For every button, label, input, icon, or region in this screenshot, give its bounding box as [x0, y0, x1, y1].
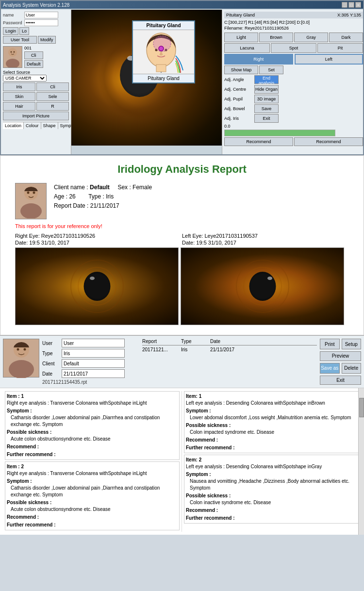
pit-button[interactable]: Pit — [317, 43, 363, 53]
set-button[interactable]: Set — [259, 66, 283, 74]
analysis-window: Analysis System Version 2.128 _ □ × name… — [0, 0, 364, 155]
filename-label: Filename: — [224, 26, 244, 31]
r-button[interactable]: R — [36, 102, 69, 111]
light-button[interactable]: Light — [224, 33, 258, 42]
password-input[interactable] — [24, 19, 58, 26]
gray-button[interactable]: Gray — [294, 33, 328, 42]
dark-button[interactable]: Dark — [329, 33, 363, 42]
lacuna-button[interactable]: Lacuna — [224, 43, 270, 53]
user-label: User — [42, 341, 62, 346]
svg-point-14 — [33, 191, 35, 194]
left-eye-label: Left Eye: Leye20171031190537 — [182, 233, 349, 239]
left-eye-date: Date: 19:5 31/10, 2017 — [182, 240, 349, 246]
progress-value: 0.0 — [224, 124, 363, 129]
name-input[interactable] — [24, 12, 58, 18]
hair-button[interactable]: Hair — [3, 102, 35, 111]
client-button[interactable]: Cli — [24, 51, 43, 59]
tab-colour[interactable]: Colour — [24, 122, 41, 129]
cli-button[interactable]: Cli — [36, 82, 69, 91]
user-input[interactable] — [62, 339, 125, 347]
scrollbar-thumb[interactable] — [359, 398, 364, 417]
item1-symptom-text: Catharsis disorder ,Lower abdominal pain… — [11, 414, 178, 428]
client-input[interactable] — [62, 359, 125, 368]
preview-button[interactable]: Preview — [320, 351, 361, 361]
show-map-button[interactable]: Show Map — [224, 66, 258, 74]
pituitary-title: Pituitary Gland — [133, 21, 194, 30]
save-as-button[interactable]: Save as — [320, 363, 340, 374]
app-title: Analysis System Version 2.128 — [3, 2, 69, 8]
login-button[interactable]: Login — [3, 27, 18, 35]
minimize-btn[interactable]: _ — [342, 2, 347, 8]
right-item2-symptom-label: Symptom : — [186, 471, 357, 478]
name-label: name — [3, 13, 23, 17]
left-panel: name Password Login Lo User Tool Modify — [1, 10, 71, 155]
age-label: Age : — [54, 193, 67, 200]
svg-point-1 — [6, 59, 19, 67]
save-button[interactable]: Save — [254, 104, 279, 113]
exit-button[interactable]: Exit — [254, 114, 279, 123]
iris-button[interactable]: Iris — [3, 82, 35, 91]
svg-point-3 — [14, 51, 15, 52]
client-info: Client name : Default Sex : Female Age :… — [54, 183, 152, 219]
report-warning: This report is for your reference only! — [15, 223, 349, 229]
item1-possible-text: Acute colon obstructionsyndrome etc. Dis… — [11, 436, 178, 443]
ctrl-buttons: Print Setup Preview Save as Delete Exit — [320, 339, 361, 385]
item2-symptom-text: Catharsis disorder ,Lower abdominal pain… — [11, 485, 178, 498]
col-report-header: Report — [142, 339, 181, 344]
ctrl-form: User Type Client Date 20171121154435.rpt — [42, 339, 139, 385]
select-source-dropdown[interactable]: USB CAMER — [3, 75, 47, 82]
close-btn[interactable]: × — [355, 2, 361, 8]
progress-bar — [224, 130, 335, 136]
table-row[interactable]: 20171121... Iris 21/11/2017 — [142, 346, 317, 353]
print-button[interactable]: Print — [320, 339, 340, 349]
3d-image-button[interactable]: 3D image — [254, 95, 279, 103]
tab-location[interactable]: Location — [3, 122, 24, 129]
recommend-button-1[interactable]: Recommend — [224, 137, 293, 146]
item2-recommend-label: Recommend : — [7, 514, 178, 521]
setup-button[interactable]: Setup — [342, 339, 362, 349]
right-item1-header: Item: 1 — [186, 393, 357, 400]
hide-organ-button[interactable]: Hide Organ — [254, 85, 279, 94]
right-item2-recommend-label: Recommend : — [186, 507, 357, 514]
sex-label: Sex : — [117, 184, 131, 191]
right-item1-analysis: Left eye analysis : Desending Colonarea … — [186, 400, 357, 407]
item1-possible-label: Possible sickness : — [7, 429, 178, 436]
brown-button[interactable]: Brown — [259, 33, 293, 42]
pituitary-image — [133, 30, 194, 74]
exit-report-button[interactable]: Exit — [320, 376, 361, 385]
type-input[interactable] — [62, 349, 125, 358]
right-item1-possible-text: Colon impacted syndrome etc. Disease — [190, 429, 357, 436]
row-date: 21/11/2017 — [210, 347, 244, 352]
maximize-btn[interactable]: □ — [348, 2, 354, 8]
default-button[interactable]: Default — [24, 60, 43, 68]
sele-button[interactable]: Sele — [36, 92, 69, 101]
col-type-header: Type — [181, 339, 210, 344]
user-tool-button[interactable]: User Tool — [3, 36, 37, 44]
svg-point-16 — [9, 360, 34, 378]
import-picture-button[interactable]: Import Picture — [3, 112, 69, 120]
analysis-right-item-1: Item: 1 Left eye analysis : Desending Co… — [184, 391, 359, 453]
item2-analysis: Right eye analysis : Transverse Colonare… — [7, 470, 178, 477]
adj-bowel-label: Adj. Bowel — [224, 104, 253, 113]
right-item2-possible-text: Colon inactive syndrome etc. Disease — [190, 499, 357, 506]
skin-button[interactable]: Skin — [3, 92, 35, 101]
window-controls: _ □ × — [342, 2, 361, 8]
right-item2-header: Item: 2 — [186, 457, 357, 463]
date-input[interactable] — [62, 369, 125, 378]
left-eye-image — [181, 247, 344, 325]
left-eye-button[interactable]: Left — [295, 54, 364, 65]
adj-iris-label: Adj. Iris — [224, 114, 253, 123]
report-avatar — [15, 183, 47, 219]
tab-shape[interactable]: Shape — [41, 122, 58, 129]
password-label: Password — [3, 20, 23, 25]
analysis-right-col: Item: 1 Left eye analysis : Desending Co… — [182, 391, 361, 532]
spot-button[interactable]: Spot — [271, 43, 316, 53]
end-analysis-button[interactable]: End analysis — [254, 75, 279, 84]
logout-button[interactable]: Lo — [19, 27, 29, 35]
modify-button[interactable]: Modify — [38, 36, 56, 44]
analysis-right-item-2: Item: 2 Left eye analysis : Desending Co… — [184, 455, 359, 524]
recommend-button-2[interactable]: Recommend — [294, 137, 363, 146]
right-eye-button[interactable]: Right — [224, 54, 293, 65]
delete-button[interactable]: Delete — [342, 363, 362, 374]
scrollbar-track[interactable] — [358, 388, 364, 535]
